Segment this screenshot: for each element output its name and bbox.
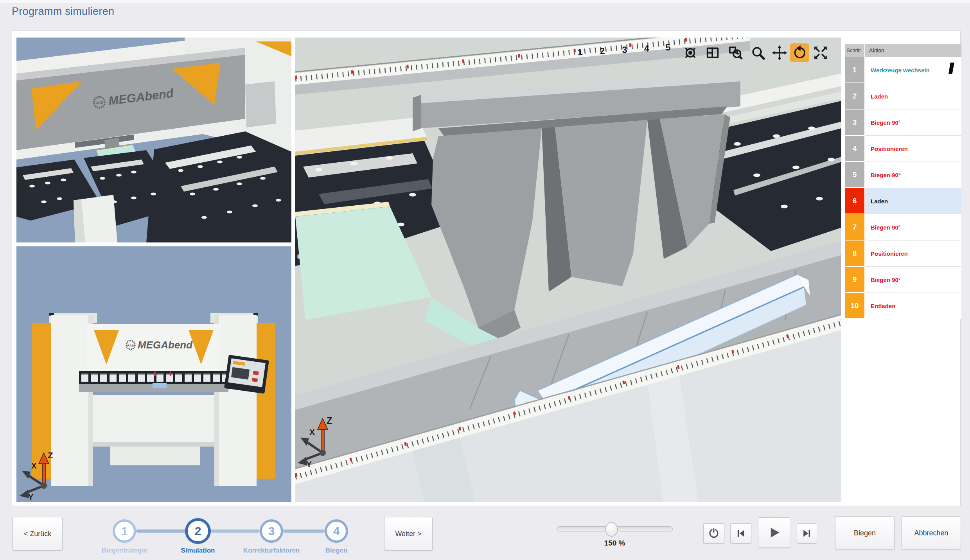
step-action: Positionieren	[865, 241, 961, 267]
step-number: 6	[845, 188, 865, 214]
step-number: 10	[845, 293, 865, 319]
preview-machine-full[interactable]: RAS MEGAbend Z X Y	[16, 246, 291, 502]
simulation-3d-view[interactable]: Z X Y 1 2 3 4 5	[295, 38, 841, 502]
ruler-marker-5: 5	[665, 42, 671, 53]
next-button[interactable]: Weiter >	[384, 517, 433, 551]
rotate-icon[interactable]	[790, 43, 809, 62]
svg-text:Y: Y	[28, 493, 34, 501]
wizard-connector	[211, 529, 260, 533]
table-row[interactable]: 7 Biegen 90°	[845, 214, 961, 241]
ruler-marker-4: 4	[643, 43, 649, 54]
wizard-step-2[interactable]: 2	[185, 518, 211, 544]
zoom-icon[interactable]	[749, 44, 767, 61]
step-number: 1	[845, 57, 865, 83]
step-action: Werkzeuge wechseln	[865, 57, 961, 83]
wizard-connector	[283, 529, 325, 533]
zoom-window-icon[interactable]	[727, 44, 744, 61]
preview-machine-closeup[interactable]: RAS MEGAbend	[16, 38, 291, 242]
pan-icon[interactable]	[771, 44, 788, 61]
svg-text:X: X	[309, 427, 315, 436]
svg-text:RAS: RAS	[128, 344, 135, 347]
wizard-label-biegen: Biegen	[293, 547, 379, 555]
step-number: 7	[845, 214, 865, 241]
top-strip	[0, 0, 970, 3]
wizard-step-number: 3	[268, 524, 275, 538]
step-number: 3	[845, 109, 865, 136]
svg-text:Z: Z	[48, 451, 53, 460]
wizard-step-1[interactable]: 1	[113, 519, 136, 543]
back-button[interactable]: < Zurück	[13, 517, 63, 551]
play-button[interactable]	[758, 517, 790, 548]
table-row[interactable]: 5 Biegen 90°	[845, 162, 961, 188]
table-row[interactable]: 9 Biegen 90°	[845, 267, 961, 293]
step-number: 9	[845, 267, 865, 293]
wizard-step-number: 4	[333, 524, 340, 538]
step-action: Biegen 90°	[865, 162, 961, 188]
step-action: Laden	[865, 83, 961, 109]
table-row[interactable]: 4 Positionieren	[845, 136, 961, 162]
column-header-aktion: Aktion	[865, 44, 961, 57]
wizard-step-number: 2	[195, 524, 201, 538]
step-action: Biegen 90°	[865, 109, 961, 136]
step-back-button[interactable]	[730, 523, 751, 544]
machine-closeup-render: RAS MEGAbend	[16, 38, 291, 242]
svg-text:Z: Z	[327, 416, 332, 426]
step-number: 2	[845, 83, 865, 109]
center-view-icon[interactable]	[682, 44, 699, 61]
table-row[interactable]: 8 Positionieren	[845, 241, 961, 267]
wizard-step-4[interactable]: 4	[325, 519, 348, 543]
ruler-marker-3: 3	[622, 44, 627, 55]
step-action: Biegen 90°	[865, 267, 961, 293]
step-number: 4	[845, 136, 865, 162]
table-row[interactable]: 2 Laden	[845, 83, 961, 109]
table-row[interactable]: 1 Werkzeuge wechseln	[845, 57, 961, 83]
wizard-step-number: 1	[121, 524, 128, 538]
step-table: Schritt Aktion 1 Werkzeuge wechseln 2 La…	[845, 44, 961, 319]
wizard-step-3[interactable]: 3	[260, 519, 283, 543]
wizard-label-biegestrategie: Biegestrategie	[81, 547, 167, 555]
cancel-button[interactable]: Abbrechen	[902, 516, 961, 550]
bend-button[interactable]: Biegen	[835, 516, 895, 550]
step-forward-button[interactable]	[797, 523, 817, 544]
step-number: 5	[845, 162, 865, 188]
svg-text:Y: Y	[306, 459, 312, 468]
step-action: Entladen	[865, 293, 961, 319]
table-row-selected[interactable]: 6 Laden	[845, 188, 961, 214]
wizard-connector	[136, 529, 186, 533]
svg-text:MEGAbend: MEGAbend	[138, 339, 193, 351]
table-row[interactable]: 10 Entladen	[845, 293, 961, 319]
svg-text:X: X	[31, 461, 37, 470]
ruler-marker-1: 1	[577, 47, 583, 57]
ruler-marker-2: 2	[599, 45, 605, 56]
step-action: Laden	[865, 188, 961, 214]
page-title: Programm simulieren	[12, 5, 114, 18]
speed-value: 150 %	[557, 539, 673, 547]
speed-slider-thumb[interactable]	[605, 522, 618, 537]
machine-full-render: RAS MEGAbend Z X Y	[16, 246, 291, 502]
table-row[interactable]: 3 Biegen 90°	[845, 109, 961, 136]
split-view-icon[interactable]	[704, 44, 721, 61]
fullscreen-icon[interactable]	[812, 44, 829, 61]
program-simulate-screen: { "header": { "title": "Programm simulie…	[0, 0, 970, 560]
wizard-label-simulation: Simulation	[155, 547, 241, 555]
column-header-schritt: Schritt	[845, 44, 865, 57]
step-table-header: Schritt Aktion	[845, 44, 961, 57]
step-action: Biegen 90°	[865, 214, 961, 241]
repeat-button[interactable]	[703, 523, 724, 544]
simulation-scene: Z X Y	[295, 38, 841, 502]
control-screen	[224, 355, 269, 394]
step-action: Positionieren	[865, 136, 961, 162]
step-number: 8	[845, 241, 865, 267]
